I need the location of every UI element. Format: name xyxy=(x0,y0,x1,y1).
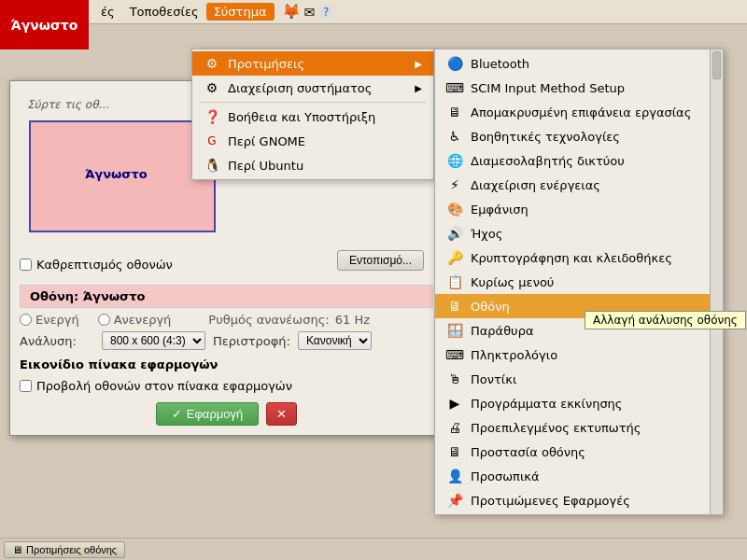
resolution-row: Ανάλυση: 747 x 560 (4:3) Περιστροφή: Καν… xyxy=(20,331,433,350)
prefs-remote-desktop[interactable]: 🖥 Απομακρυσμένη επιφάνεια εργασίας xyxy=(435,100,723,124)
prefs-sound[interactable]: 🔊 Ήχος xyxy=(435,221,723,245)
menubar: ές Τοποθεσίες Σύστημα 🦊 ✉ ? xyxy=(0,0,747,24)
refresh-value: 61 Hz xyxy=(335,313,370,327)
startup-icon: ▶ xyxy=(446,395,463,412)
active-radio-row: Ενεργή Ανενεργή Ρυθμός ανανέωσης: 61 Hz xyxy=(20,313,433,327)
scim-icon: ⌨ xyxy=(446,79,463,96)
mirror-checkbox[interactable] xyxy=(20,259,32,271)
mirror-checkbox-row: Καθρεπτισμός οθονών xyxy=(20,258,173,272)
keyring-icon: 🔑 xyxy=(446,249,463,266)
appearance-icon: 🎨 xyxy=(446,201,463,217)
prefs-keyboard-label: Πληκτρολόγιο xyxy=(471,348,557,362)
prefs-appearance-label: Εμφάνιση xyxy=(471,203,529,217)
prefs-accessibility-label: Βοηθητικές τεχνολογίες xyxy=(471,130,620,144)
prefs-screensaver[interactable]: 🖥 Προστασία οθόνης xyxy=(435,440,723,464)
prefs-main-menu[interactable]: 📋 Κυρίως μενού xyxy=(435,270,723,294)
prefs-remote-label: Απομακρυσμένη επιφάνεια εργασίας xyxy=(471,105,691,119)
apply-button[interactable]: ✓ Εφαρμογή xyxy=(156,402,259,426)
scrollbar-thumb[interactable] xyxy=(712,51,721,79)
help-icon[interactable]: ? xyxy=(318,5,333,20)
menu-item-help[interactable]: ❓ Βοήθεια και Υποστήριξη xyxy=(192,105,433,129)
prefs-scrollbar[interactable] xyxy=(710,49,723,514)
menu-separator-1 xyxy=(200,102,426,103)
active-radio[interactable] xyxy=(20,314,32,326)
prefs-bluetooth-label: Bluetooth xyxy=(471,57,529,71)
prefs-scim[interactable]: ⌨ SCIM Input Method Setup xyxy=(435,76,723,100)
monitor-preview-label: Άγνωστο xyxy=(85,167,148,181)
menu-item-gnome-label: Περί GNOME xyxy=(228,134,305,148)
prefs-personal[interactable]: 👤 Προσωπικά xyxy=(435,464,723,488)
menubar-item-system[interactable]: Σύστημα xyxy=(206,3,275,21)
accessibility-icon: ♿ xyxy=(446,128,463,145)
mail-icon[interactable]: ✉ xyxy=(304,5,316,20)
menu-item-sysadmin-label: Διαχείριση συστήματος xyxy=(228,81,372,95)
prefs-printer[interactable]: 🖨 Προεπιλεγμένος εκτυπωτής xyxy=(435,415,723,440)
firefox-icon[interactable]: 🦊 xyxy=(282,3,301,21)
monitor-title: Οθόνη: Άγνωστο xyxy=(20,285,433,308)
system-admin-icon: ⚙ xyxy=(204,79,220,96)
windows-icon: 🪟 xyxy=(446,322,463,339)
app-panel-heading: Εικονίδιο πίνακα εφαρμογών xyxy=(20,357,433,371)
menubar-item-locations[interactable]: Τοποθεσίες xyxy=(122,3,206,21)
printer-icon: 🖨 xyxy=(446,419,463,436)
prefs-network-label: Διαμεσολαβητής δικτύου xyxy=(471,154,625,168)
prefs-keyring[interactable]: 🔑 Κρυπτογράφηση και κλειδοθήκες xyxy=(435,245,723,270)
menu-item-about-ubuntu[interactable]: 🐧 Περί Ubuntu xyxy=(192,153,433,177)
prefs-appearance[interactable]: 🎨 Εμφάνιση xyxy=(435,197,723,221)
rotation-select[interactable]: Κανονική xyxy=(298,331,372,350)
prefs-keyboard[interactable]: ⌨ Πληκτρολόγιο xyxy=(435,343,723,367)
show-panels-label: Προβολή οθονών στον πίνακα εφαρμογών xyxy=(36,379,292,393)
ubuntu-icon: 🐧 xyxy=(204,157,220,174)
sound-icon: 🔊 xyxy=(446,225,463,242)
screensaver-icon: 🖥 xyxy=(446,443,463,460)
detect-button[interactable]: Εντοπισμό... xyxy=(337,250,424,271)
cancel-button[interactable]: ✕ xyxy=(266,402,297,426)
prefs-display-label: Οθόνη xyxy=(471,300,510,314)
taskbar-display-prefs-button[interactable]: 🖥 Προτιμήσεις οθόνης xyxy=(4,541,125,558)
prefs-mouse[interactable]: 🖱 Ποντίκι xyxy=(435,367,723,391)
prefs-network-proxy[interactable]: 🌐 Διαμεσολαβητής δικτύου xyxy=(435,148,723,173)
mouse-icon: 🖱 xyxy=(446,371,463,387)
taskbar-monitor-icon: 🖥 xyxy=(12,544,22,555)
prefs-power-label: Διαχείριση ενέργειας xyxy=(471,178,600,192)
display-tooltip: Αλλαγή ανάλυσης οθόνης xyxy=(585,311,746,329)
prefs-personal-label: Προσωπικά xyxy=(471,469,540,483)
menu-item-about-gnome[interactable]: G Περί GNOME xyxy=(192,129,433,153)
prefs-preferred-apps[interactable]: 📌 Προτιμώμενες Εφαρμογές xyxy=(435,488,723,512)
prefs-startup[interactable]: ▶ Προγράμματα εκκίνησης xyxy=(435,391,723,415)
prefs-sound-label: Ήχος xyxy=(471,227,502,241)
prefs-accessibility[interactable]: ♿ Βοηθητικές τεχνολογίες xyxy=(435,124,723,148)
preferences-icon: ⚙ xyxy=(204,55,220,72)
remote-desktop-icon: 🖥 xyxy=(446,104,463,120)
refresh-label: Ρυθμός ανανέωσης: xyxy=(208,313,329,327)
menu-item-preferences[interactable]: ⚙ Προτιμήσεις xyxy=(192,51,433,76)
system-menu: ⚙ Προτιμήσεις ⚙ Διαχείριση συστήματος ❓ … xyxy=(191,49,434,180)
taskbar: 🖥 Προτιμήσεις οθόνης xyxy=(0,538,747,560)
button-row: ✓ Εφαρμογή ✕ xyxy=(20,402,433,426)
unknown-label: Άγνωστο xyxy=(0,0,89,49)
main-content: Σύρτε τις οθ... Άγνωστο Καθρεπτισμός οθο… xyxy=(0,24,747,538)
personal-icon: 👤 xyxy=(446,468,463,484)
resolution-select[interactable]: 747 x 560 (4:3) xyxy=(102,331,205,350)
help-menu-icon: ❓ xyxy=(204,108,220,125)
menu-item-system-admin[interactable]: ⚙ Διαχείριση συστήματος xyxy=(192,76,433,100)
gnome-icon: G xyxy=(204,133,220,149)
inactive-radio[interactable] xyxy=(98,314,110,326)
prefs-windows-label: Παράθυρα xyxy=(471,324,533,338)
menu-item-help-label: Βοήθεια και Υποστήριξη xyxy=(228,110,375,124)
network-proxy-icon: 🌐 xyxy=(446,152,463,169)
prefs-screensaver-label: Προστασία οθόνης xyxy=(471,445,585,459)
show-panels-row: Προβολή οθονών στον πίνακα εφαρμογών xyxy=(20,379,433,393)
display-icon: 🖥 xyxy=(446,298,463,315)
resolution-label: Ανάλυση: xyxy=(20,334,94,348)
prefs-startup-label: Προγράμματα εκκίνησης xyxy=(471,397,623,411)
preferred-apps-icon: 📌 xyxy=(446,492,463,509)
prefs-scim-label: SCIM Input Method Setup xyxy=(471,81,625,95)
show-panels-checkbox[interactable] xyxy=(20,380,32,392)
bluetooth-icon: 🔵 xyxy=(446,55,463,72)
prefs-bluetooth[interactable]: 🔵 Bluetooth xyxy=(435,51,723,76)
prefs-power[interactable]: ⚡ Διαχείριση ενέργειας xyxy=(435,173,723,197)
menubar-item-es[interactable]: ές xyxy=(93,3,122,21)
power-icon: ⚡ xyxy=(446,176,463,193)
menu-item-ubuntu-label: Περί Ubuntu xyxy=(228,159,303,173)
